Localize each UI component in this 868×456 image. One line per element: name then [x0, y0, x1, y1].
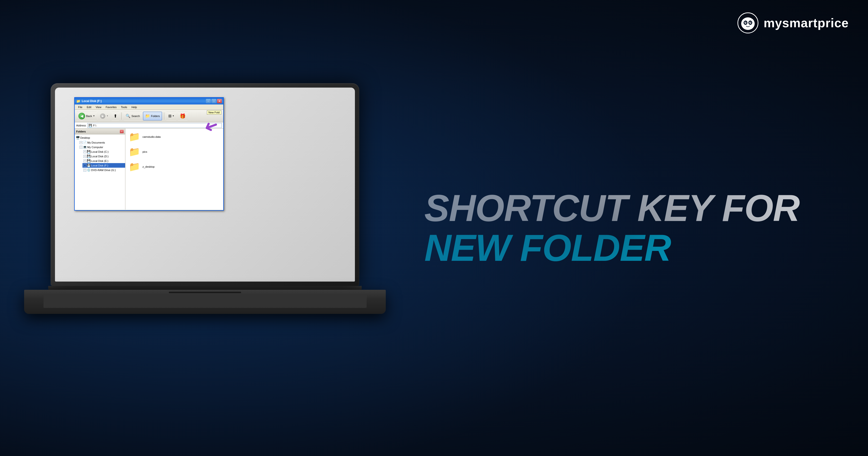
address-bar: Address 💾 F:\ [75, 122, 223, 129]
file-camstudio-name: camstudio-data [143, 135, 161, 138]
headline-container: SHORTCUT KEY FOR NEW FOLDER [424, 190, 839, 266]
folder-item-desktop[interactable]: 🖥️ Desktop [75, 135, 125, 140]
drive-icon: 💾 [89, 124, 92, 127]
diskd-icon: 💾 [87, 154, 91, 158]
folder-item-diske[interactable]: + 💾 Local Disk (E:) [83, 159, 125, 163]
history-button[interactable]: 🎁 [178, 112, 188, 120]
msp-owl-icon [737, 12, 759, 34]
svg-point-1 [741, 18, 755, 30]
folders-panel-close[interactable]: × [120, 130, 124, 133]
menu-edit[interactable]: Edit [85, 105, 93, 109]
folder-zdesktop-icon: 📁 [129, 162, 140, 172]
brand-name-text: mysmartprice [764, 16, 849, 30]
expand-computer-icon[interactable]: ─ [80, 146, 83, 149]
toolbar-divider-1 [121, 112, 122, 120]
desktop-label: Desktop [80, 136, 90, 139]
headline-line1: SHORTCUT KEY FOR [424, 190, 839, 227]
laptop-hinge [48, 286, 362, 290]
back-button[interactable]: ◀ Back ▼ [76, 112, 97, 120]
computer-label: My Computer [87, 146, 103, 149]
folders-icon: 📁 [145, 114, 150, 118]
brand-logo: mysmartprice [737, 12, 849, 34]
folder-item-computer[interactable]: ─ 💻 My Computer [79, 145, 125, 149]
expand-diskd-icon[interactable]: + [84, 155, 86, 158]
menu-favorites[interactable]: Favorites [104, 105, 118, 109]
diskc-icon: 💾 [87, 150, 91, 153]
file-item-camstudio[interactable]: 📁 camstudio-data [127, 131, 221, 143]
laptop-screen-outer: 📁 Local Disk (F:) ─ □ ✕ File Edit [51, 83, 359, 286]
computer-icon: 💻 [83, 145, 87, 149]
folders-panel-header: Folders × [75, 129, 125, 134]
folder-item-documents[interactable]: + 📄 My Documents [79, 140, 125, 145]
laptop-keyboard [43, 294, 367, 308]
menu-bar: File Edit View Favorites Tools Help [75, 105, 223, 110]
views-button[interactable]: ⊞ ▼ [166, 112, 177, 120]
folder-item-diskd[interactable]: + 💾 Local Disk (D:) [83, 154, 125, 159]
new-folder-tooltip: New Fold [207, 110, 221, 115]
headline-line2: NEW FOLDER [424, 229, 839, 266]
address-label: Address [76, 124, 86, 127]
files-panel: 📁 camstudio-data 📁 pics 📁 z_desktop [125, 129, 223, 210]
address-value: F:\ [93, 124, 96, 127]
views-icon: ⊞ [168, 114, 172, 118]
title-bar-text: Local Disk (F:) [82, 99, 205, 103]
forward-button[interactable]: ▶ ▼ [98, 112, 111, 120]
folders-panel-title: Folders [76, 130, 86, 133]
search-button[interactable]: 🔍 Search [123, 112, 142, 120]
folder-item-dvdg[interactable]: + 💿 DVD-RAM Drive (G:) [83, 168, 125, 172]
laptop-base [24, 290, 386, 314]
search-icon: 🔍 [126, 114, 130, 118]
views-dropdown-icon: ▼ [173, 115, 174, 117]
laptop-screen-bezel: 📁 Local Disk (F:) ─ □ ✕ File Edit [55, 88, 355, 282]
search-label: Search [131, 115, 140, 117]
folder-item-diskc[interactable]: + 💾 Local Disk (C:) [83, 149, 125, 154]
up-icon: ⬆ [114, 113, 117, 119]
back-label: Back [86, 115, 92, 117]
svg-point-7 [750, 22, 751, 23]
forward-dropdown-icon: ▼ [106, 115, 108, 117]
address-input[interactable]: 💾 F:\ [87, 123, 222, 128]
documents-icon: 📄 [83, 141, 87, 144]
file-pics-name: pics [143, 150, 147, 153]
menu-file[interactable]: File [76, 105, 84, 109]
screen-background: 📁 Local Disk (F:) ─ □ ✕ File Edit [55, 88, 355, 282]
title-bar-buttons: ─ □ ✕ [206, 99, 222, 103]
folder-pics-icon: 📁 [129, 146, 140, 157]
maximize-button[interactable]: □ [212, 99, 216, 103]
diskc-label: Local Disk (C:) [91, 150, 108, 153]
menu-tools[interactable]: Tools [119, 105, 129, 109]
diskd-label: Local Disk (D:) [91, 155, 108, 158]
expand-documents-icon[interactable]: + [80, 141, 83, 144]
folder-item-diskf[interactable]: + 💾 Local Disk (F:) [83, 163, 125, 168]
desktop-icon: 🖥️ [76, 136, 80, 140]
right-section: SHORTCUT KEY FOR NEW FOLDER [410, 0, 868, 456]
up-button[interactable]: ⬆ [112, 112, 119, 120]
diskf-icon: 💾 [87, 164, 91, 167]
minimize-button[interactable]: ─ [206, 99, 211, 103]
toolbar: ◀ Back ▼ ▶ ▼ ⬆ [75, 110, 223, 122]
expand-diskc-icon[interactable]: + [84, 150, 86, 153]
folders-label: Folders [151, 115, 160, 117]
history-icon: 🎁 [180, 113, 186, 119]
diske-label: Local Disk (E:) [91, 160, 108, 162]
forward-circle-icon: ▶ [100, 113, 105, 119]
folders-button[interactable]: 📁 Folders [143, 112, 162, 120]
left-section: 📁 Local Disk (F:) ─ □ ✕ File Edit [0, 0, 410, 456]
close-button[interactable]: ✕ [217, 99, 222, 103]
folders-panel: Folders × 🖥️ Desktop [75, 129, 125, 210]
file-zdesktop-name: z_desktop [143, 165, 155, 168]
folders-list: 🖥️ Desktop + 📄 My Documents [75, 134, 125, 210]
menu-view[interactable]: View [94, 105, 103, 109]
title-bar-icon: 📁 [76, 99, 80, 103]
back-circle-icon: ◀ [79, 113, 85, 119]
laptop-wrapper: 📁 Local Disk (F:) ─ □ ✕ File Edit [42, 83, 368, 373]
file-item-pics[interactable]: 📁 pics [127, 145, 221, 158]
menu-help[interactable]: Help [129, 105, 139, 109]
expand-diskf-icon[interactable]: + [84, 164, 86, 167]
back-dropdown-icon: ▼ [93, 115, 95, 117]
file-item-zdesktop[interactable]: 📁 z_desktop [127, 161, 221, 173]
expand-diske-icon[interactable]: + [84, 160, 86, 162]
title-bar: 📁 Local Disk (F:) ─ □ ✕ [75, 98, 223, 105]
dvdg-label: DVD-RAM Drive (G:) [91, 169, 116, 172]
expand-dvdg-icon[interactable]: + [84, 169, 86, 172]
